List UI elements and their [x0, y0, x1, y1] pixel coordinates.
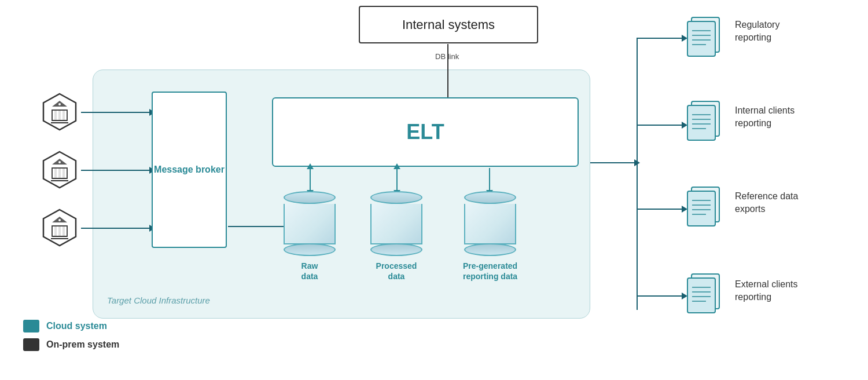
regulatory-reporting-icon	[683, 14, 726, 63]
reference-data-icon	[683, 184, 726, 233]
legend-cloud-box	[23, 320, 39, 332]
svg-rect-2	[54, 110, 57, 120]
elt-label: ELT	[406, 120, 444, 144]
pregenerated-data-db: Pre-generatedreporting data	[463, 191, 517, 282]
arrow-bank2-broker	[81, 170, 150, 171]
arrow-bank1-broker	[81, 112, 150, 113]
bank-icon-2	[39, 149, 80, 192]
arrow-to-external-clients	[637, 295, 683, 297]
bank-icon-3	[39, 207, 80, 250]
elt-box: ELT	[272, 97, 579, 167]
arrow-elt-rawdata	[310, 168, 311, 191]
internal-clients-label: Internal clientsreporting	[735, 104, 795, 130]
legend-cloud: Cloud system	[23, 320, 119, 332]
arrow-to-internal-clients	[637, 125, 683, 126]
processed-data-db: Processeddata	[370, 191, 422, 282]
cylinder-top	[284, 191, 336, 204]
svg-point-17	[58, 161, 61, 163]
legend-onprem-label: On-prem system	[46, 339, 119, 350]
cylinder-body	[284, 204, 336, 244]
svg-rect-11	[54, 168, 57, 178]
svg-rect-32	[687, 21, 715, 56]
reference-data-label: Reference dataexports	[735, 190, 798, 216]
svg-rect-3	[58, 110, 61, 120]
cylinder-bottom-cap-2	[370, 243, 422, 256]
legend-onprem-box	[23, 338, 39, 351]
svg-rect-42	[687, 105, 715, 140]
arrow-to-reference-data	[637, 209, 683, 210]
processed-data-label: Processeddata	[376, 261, 417, 282]
cylinder-body-3	[464, 204, 516, 244]
cloud-infrastructure-label: Target Cloud Infrastructure	[107, 295, 210, 305]
svg-rect-22	[62, 226, 65, 236]
arrow-elt-processed	[396, 168, 398, 191]
svg-rect-13	[62, 168, 65, 178]
external-clients-label: External clientsreporting	[735, 278, 798, 304]
pregenerated-label: Pre-generatedreporting data	[463, 261, 517, 282]
message-broker-label: Message broker	[154, 164, 225, 176]
cylinder-body-2	[370, 204, 422, 244]
internal-systems-box: Internal systems	[359, 6, 538, 43]
external-clients-icon	[683, 271, 726, 320]
regulatory-reporting-label: Regulatoryreporting	[735, 19, 779, 45]
message-broker-box: Message broker	[152, 92, 227, 248]
internal-systems-label: Internal systems	[402, 17, 495, 32]
bank-icon-1	[39, 92, 80, 134]
cylinder-top-3	[464, 191, 516, 204]
arrow-cloud-to-connector	[590, 162, 635, 163]
cylinder-bottom-cap	[284, 243, 336, 256]
arrow-elt-pregenerated	[489, 168, 490, 191]
cylinder-bottom-cap-3	[464, 243, 516, 256]
legend: Cloud system On-prem system	[23, 320, 119, 357]
legend-onprem: On-prem system	[23, 338, 119, 351]
svg-point-8	[58, 103, 61, 105]
svg-rect-4	[62, 110, 65, 120]
raw-data-db: Rawdata	[284, 191, 336, 282]
internal-clients-icon	[683, 98, 726, 147]
svg-rect-12	[58, 168, 61, 178]
svg-point-26	[58, 219, 61, 221]
svg-rect-20	[54, 226, 57, 236]
svg-rect-21	[58, 226, 61, 236]
raw-data-label: Rawdata	[301, 261, 318, 282]
svg-rect-52	[687, 191, 715, 226]
diagram-container: Target Cloud Infrastructure Internal sys…	[0, 0, 868, 380]
svg-rect-62	[687, 278, 715, 313]
right-connector-v	[637, 38, 638, 310]
arrow-bank3-broker	[81, 228, 150, 229]
legend-cloud-label: Cloud system	[46, 321, 107, 331]
cylinder-top-2	[370, 191, 422, 204]
arrow-internal-systems-down	[447, 44, 448, 99]
arrow-to-regulatory	[637, 38, 683, 39]
